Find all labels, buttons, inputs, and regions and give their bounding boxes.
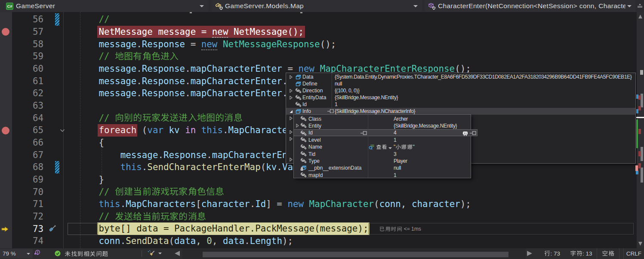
expander-open-icon[interactable] [289, 110, 293, 113]
wrench-icon [295, 101, 302, 108]
datatip-row-EntityData[interactable]: EntityData{SkillBridge.Message.NEntity} [286, 94, 635, 101]
zoom-dropdown[interactable]: 79 % [0, 249, 33, 258]
caret-line-mark [636, 117, 644, 118]
code-line-69[interactable]: } [34, 174, 104, 186]
chevron-down-icon [200, 5, 204, 7]
visual-studio-editor: C# GameServer GameServer.Models.Map Char… [0, 0, 644, 259]
datatip-row-mapId[interactable]: mapId1 [294, 172, 471, 179]
svg-text:C#: C# [7, 4, 12, 9]
datatip-value: 1 [335, 101, 337, 107]
chevron-down-icon [388, 147, 392, 149]
expander-closed-icon[interactable] [289, 158, 293, 161]
divider [142, 250, 142, 257]
project-dropdown[interactable]: C# GameServer [0, 0, 208, 12]
datatip-row-Id[interactable]: Id1 [286, 101, 635, 108]
datatip-name: Direction [302, 88, 323, 94]
current-mark [635, 165, 638, 171]
datatip-row-Level[interactable]: Level1 [294, 137, 471, 143]
wrench-icon [295, 94, 302, 101]
vertical-scrollbar[interactable] [637, 12, 644, 248]
horizontal-scrollbar-thumb[interactable] [203, 252, 508, 257]
datatip-row-Define[interactable]: Definenull [286, 80, 635, 87]
line-ending-cell[interactable]: CRLF [623, 248, 644, 259]
navigation-bar: C# GameServer GameServer.Models.Map Char… [0, 0, 644, 12]
chevron-down-icon[interactable] [158, 253, 162, 254]
datatip-row-Tid[interactable]: Tid3 [294, 151, 471, 158]
code-line-56[interactable]: // [34, 13, 110, 26]
code-line-66[interactable]: { [34, 137, 104, 149]
expander-closed-icon[interactable] [296, 124, 299, 128]
breakpoint-dot[interactable] [2, 28, 9, 36]
pin-icon[interactable] [327, 109, 334, 113]
datatip-value: "" [394, 144, 414, 150]
datatip-name: Tid [308, 151, 315, 157]
code-line-74[interactable]: conn.SendData(data, 0, data.Length); [34, 235, 293, 247]
wrench-icon [300, 151, 307, 157]
datatip-value: null [394, 165, 401, 171]
scroll-left-arrow[interactable] [175, 251, 180, 256]
wrench-icon [300, 158, 307, 164]
expander-closed-icon[interactable] [289, 116, 293, 120]
code-line-65[interactable]: foreach (var kv in this.MapCharacters) [34, 124, 304, 137]
fold-chevron-icon[interactable] [60, 129, 65, 132]
datatip-row-Id[interactable]: Id4 [294, 129, 478, 136]
chevron-down-icon [627, 5, 632, 7]
expander-closed-icon[interactable] [289, 137, 293, 141]
datatip-value: 1 [394, 137, 396, 143]
expander-closed-icon[interactable] [289, 96, 293, 100]
breakpoint-dot[interactable] [2, 127, 9, 134]
scroll-right-arrow[interactable] [527, 251, 532, 256]
datatip-row-__pbn__extensionData[interactable]: __pbn__extensionDatanull [294, 165, 471, 171]
robot-icon[interactable] [462, 131, 468, 136]
scroll-up-arrow[interactable] [638, 15, 642, 18]
datatip-value: {SkillBridge.Message.NEntity} [394, 123, 457, 129]
perf-tip[interactable]: <= 1ms [369, 223, 634, 235]
scroll-down-arrow[interactable] [638, 242, 642, 246]
breakpoint-mark [638, 106, 641, 110]
indentation-mode-cell[interactable] [597, 248, 619, 259]
type-dropdown[interactable]: GameServer.Models.Map [212, 0, 422, 12]
datatip-name: mapId [308, 172, 323, 178]
expander-closed-icon[interactable] [289, 75, 293, 79]
datatip-row-Name[interactable]: Name"" [294, 143, 471, 150]
datatip-row-Class[interactable]: ClassArcher [294, 116, 471, 122]
wrench-icon [300, 144, 307, 150]
code-line-58[interactable]: message.Response = new NetMessageRespons… [34, 38, 336, 51]
code-line-59[interactable]: // [34, 50, 179, 63]
wrench-icon [300, 122, 307, 129]
code-line-70[interactable]: // [34, 186, 224, 198]
editor-status-bar: 79 % : 73 : 13 CRLF [0, 248, 644, 259]
pin-icon[interactable] [470, 131, 476, 135]
datatip-name: Data [302, 74, 313, 80]
horizontal-scrollbar[interactable] [182, 248, 526, 259]
code-cleanup-broom-icon[interactable] [147, 250, 155, 257]
datatip-row-Entity[interactable]: Entity{SkillBridge.Message.NEntity} [294, 122, 471, 129]
pin-icon[interactable] [361, 131, 367, 135]
code-line-57[interactable]: NetMessage message = new NetMessage(); [34, 26, 304, 38]
debugger-datatip-expanded: ClassArcherEntity{SkillBridge.Message.NE… [293, 114, 471, 178]
code-line-72[interactable]: // [34, 210, 206, 223]
cube-icon [295, 74, 302, 80]
run-to-cursor-icon[interactable] [48, 225, 56, 233]
split-window-button[interactable] [636, 0, 644, 12]
line-number[interactable]: 63 [18, 100, 43, 112]
code-line-71[interactable]: this.MapCharacters[character.Id] = new M… [34, 198, 471, 210]
statement-indent-box [68, 223, 98, 235]
text-visualizer-dropdown[interactable] [369, 144, 392, 150]
change-mark [636, 171, 638, 174]
datatip-value: {SkillBridge.Message.NEntity} [335, 94, 398, 101]
datatip-name: __pbn__extensionData [308, 165, 361, 171]
datatip-row-Info[interactable]: Info{SkillBridge.Message.NCharacterInfo} [286, 108, 635, 115]
expander-closed-icon[interactable] [289, 130, 293, 134]
code-line-64[interactable]: // [34, 112, 243, 125]
datatip-value: {(100, 0, 0)} [335, 88, 360, 94]
datatip-row-Type[interactable]: TypePlayer [294, 158, 471, 165]
datatip-row-Data[interactable]: Data{System.Data.Entity.DynamicProxies.T… [286, 73, 635, 80]
datatip-name: Class [308, 116, 321, 122]
document-health-icon[interactable] [34, 250, 40, 256]
member-dropdown[interactable]: CharacterEnter(NetConnection<NetSession>… [425, 0, 636, 12]
csharp-project-icon: C# [6, 3, 13, 10]
expander-closed-icon[interactable] [289, 89, 293, 93]
datatip-row-Direction[interactable]: Direction{(100, 0, 0)} [286, 87, 635, 94]
breakpoint-margin[interactable] [0, 12, 12, 248]
